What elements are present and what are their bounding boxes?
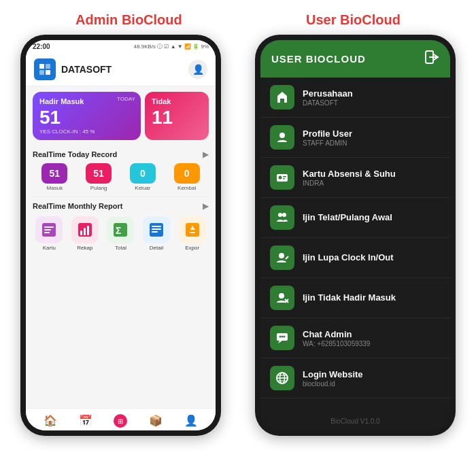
menu-login-website[interactable]: Login Website biocloud.id bbox=[260, 358, 450, 398]
ijin-tidak-hadir-text: Ijin Tidak Hadir Masuk bbox=[303, 292, 396, 303]
svg-text:Σ: Σ bbox=[116, 225, 121, 236]
hadir-count: 51 bbox=[39, 107, 134, 129]
app-version: BioCloud V1.0.0 bbox=[260, 412, 450, 430]
stats-row: 51 Masuk 51 Pulang 0 Keluar 0 Kembal bbox=[26, 162, 216, 197]
nav-user[interactable]: 👤 bbox=[184, 414, 198, 428]
masuk-label: Masuk bbox=[47, 185, 63, 191]
chat-admin-text: Chat Admin WA: +6285103059339 bbox=[303, 329, 370, 347]
tidak-count: 11 bbox=[152, 107, 202, 129]
svg-point-41 bbox=[279, 336, 282, 338]
expor-label: Expor bbox=[185, 245, 199, 251]
hadir-card[interactable]: TODAY Hadir Masuk 51 YES CLOCK-IN : 45 % bbox=[33, 92, 141, 140]
keluar-badge: 0 bbox=[130, 163, 156, 184]
svg-rect-1 bbox=[46, 64, 50, 69]
menu-ijin-telat[interactable]: Ijin Telat/Pulang Awal bbox=[260, 198, 450, 238]
svg-point-36 bbox=[279, 293, 284, 299]
svg-rect-2 bbox=[39, 70, 44, 75]
pulang-badge: 51 bbox=[86, 163, 112, 184]
profile-text: Profile User STAFF ADMIN bbox=[303, 129, 352, 147]
svg-marker-40 bbox=[278, 341, 282, 343]
monthly-rekap[interactable]: Rekap bbox=[71, 216, 99, 251]
menu-ijin-tidak-hadir[interactable]: Ijin Tidak Hadir Masuk bbox=[260, 278, 450, 318]
svg-rect-11 bbox=[87, 226, 89, 235]
nav-calendar[interactable]: 📅 bbox=[79, 414, 92, 428]
nav-qr[interactable]: ⊞ bbox=[114, 414, 127, 428]
kartu-absensi-text: Kartu Absensi & Suhu INDRA bbox=[303, 169, 396, 187]
nav-box[interactable]: 📦 bbox=[149, 414, 163, 428]
kartu-absensi-sub: INDRA bbox=[303, 180, 396, 187]
profile-icon bbox=[270, 125, 294, 150]
rekap-icon bbox=[71, 216, 99, 243]
menu-ijin-lupa[interactable]: Ijin Lupa Clock In/Out bbox=[260, 238, 450, 278]
svg-rect-20 bbox=[190, 232, 195, 233]
bottom-nav: 🏠 📅 ⊞ 📦 👤 bbox=[26, 408, 216, 430]
status-icons: 48.9KB/s ⓘ ☑ ▲ ▼ 📶 🔋 9% bbox=[134, 43, 209, 50]
menu-profile-user[interactable]: Profile User STAFF ADMIN bbox=[260, 118, 450, 158]
profile-sub: STAFF ADMIN bbox=[303, 139, 352, 147]
today-label: TODAY bbox=[117, 96, 135, 102]
login-website-sub: biocloud.id bbox=[303, 380, 363, 388]
total-icon: Σ bbox=[107, 216, 134, 243]
svg-rect-3 bbox=[46, 70, 50, 75]
svg-rect-28 bbox=[277, 174, 288, 182]
ijin-telat-text: Ijin Telat/Pulang Awal bbox=[303, 212, 392, 223]
monthly-arrow[interactable]: ▶ bbox=[203, 201, 209, 211]
profile-main: Profile User bbox=[303, 129, 352, 139]
hadir-subtitle: YES CLOCK-IN : 45 % bbox=[39, 129, 134, 135]
right-page-title: User BioCloud bbox=[306, 12, 401, 28]
monthly-icons-row: Kartu Rekap Σ Total bbox=[26, 214, 216, 255]
svg-rect-17 bbox=[152, 231, 158, 233]
kartu-absensi-main: Kartu Absensi & Suhu bbox=[303, 169, 396, 179]
svg-rect-30 bbox=[283, 176, 286, 177]
menu-perusahaan[interactable]: Perusahaan DATASOFT bbox=[260, 78, 450, 118]
today-record-header: RealTime Today Record ▶ bbox=[26, 146, 216, 162]
monthly-expor[interactable]: Expor bbox=[179, 216, 206, 251]
svg-point-32 bbox=[278, 213, 282, 217]
monthly-total[interactable]: Σ Total bbox=[107, 216, 134, 251]
user-biocloud-header: USER BIOCLOUD bbox=[260, 40, 450, 78]
ijin-telat-icon bbox=[270, 205, 294, 230]
svg-point-42 bbox=[282, 336, 284, 338]
ijin-tidak-hadir-main: Ijin Tidak Hadir Masuk bbox=[303, 292, 396, 303]
kembal-badge: 0 bbox=[174, 163, 200, 184]
svg-marker-24 bbox=[277, 92, 287, 96]
monthly-detail[interactable]: Detail bbox=[143, 216, 170, 251]
tidak-card[interactable]: Tidak 11 bbox=[145, 92, 209, 140]
svg-rect-0 bbox=[39, 64, 44, 69]
status-bar: 22:00 48.9KB/s ⓘ ☑ ▲ ▼ 📶 🔋 9% bbox=[26, 40, 216, 53]
login-website-icon bbox=[270, 366, 294, 390]
stat-pulang: 51 Pulang bbox=[86, 163, 112, 191]
menu-chat-admin[interactable]: Chat Admin WA: +6285103059339 bbox=[260, 318, 450, 358]
today-record-arrow[interactable]: ▶ bbox=[203, 150, 209, 159]
login-website-text: Login Website biocloud.id bbox=[303, 369, 363, 388]
monthly-kartu[interactable]: Kartu bbox=[35, 216, 63, 251]
user-avatar[interactable]: 👤 bbox=[188, 60, 207, 79]
nav-home[interactable]: 🏠 bbox=[44, 414, 57, 428]
ijin-lupa-icon bbox=[270, 245, 294, 270]
today-record-title: RealTime Today Record bbox=[33, 150, 117, 158]
menu-kartu-absensi[interactable]: Kartu Absensi & Suhu INDRA bbox=[260, 158, 450, 198]
svg-point-29 bbox=[279, 176, 282, 180]
admin-phone: 22:00 48.9KB/s ⓘ ☑ ▲ ▼ 📶 🔋 9% DATASOFT bbox=[20, 35, 221, 436]
login-website-main: Login Website bbox=[303, 369, 363, 379]
chat-admin-sub: WA: +6285103059339 bbox=[303, 340, 370, 347]
stat-keluar: 0 Keluar bbox=[130, 163, 156, 191]
today-cards: TODAY Hadir Masuk 51 YES CLOCK-IN : 45 %… bbox=[26, 86, 216, 146]
detail-icon bbox=[143, 216, 170, 243]
svg-rect-25 bbox=[280, 99, 282, 103]
perusahaan-main: Perusahaan bbox=[303, 88, 353, 99]
logout-icon[interactable] bbox=[424, 50, 439, 68]
user-biocloud-title: USER BIOCLOUD bbox=[271, 53, 366, 65]
left-page-title: Admin BioCloud bbox=[75, 12, 182, 28]
svg-point-27 bbox=[279, 133, 285, 138]
svg-rect-6 bbox=[44, 229, 51, 231]
nav-qr-active[interactable]: ⊞ bbox=[114, 414, 127, 428]
chat-admin-main: Chat Admin bbox=[303, 329, 370, 339]
status-time: 22:00 bbox=[33, 43, 50, 50]
detail-label: Detail bbox=[150, 245, 163, 251]
kartu-absensi-icon bbox=[270, 165, 294, 190]
kembal-label: Kembal bbox=[177, 185, 196, 191]
keluar-label: Keluar bbox=[135, 185, 150, 191]
app-logo bbox=[34, 58, 56, 80]
svg-rect-7 bbox=[44, 232, 50, 233]
